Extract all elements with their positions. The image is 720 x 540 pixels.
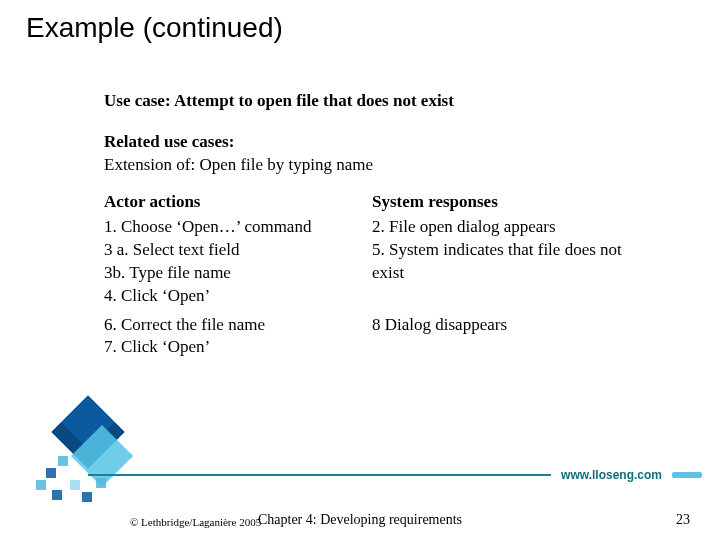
actor-column: Actor actions 1. Choose ‘Open…’ command … [104,191,344,308]
divider-tail [672,472,702,478]
usecase-name: Attempt to open file that does not exist [174,91,454,110]
body-content: Use case: Attempt to open file that does… [104,90,674,365]
related-usecases: Related use cases: Extension of: Open fi… [104,131,674,177]
pixel-icon [82,492,92,502]
system-step: 5. System indicates that file does not e… [372,239,642,285]
pixel-icon [46,468,56,478]
actor-step: 3b. Type file name [104,262,344,285]
actor-step: 7. Click ‘Open’ [104,336,344,359]
page-number: 23 [676,512,690,528]
system-column: System responses 2. File open dialog app… [372,191,642,308]
system-step: 2. File open dialog appears [372,216,642,239]
related-label: Related use cases: [104,131,674,154]
divider-row: www.lloseng.com [88,468,702,482]
pixel-icon [58,456,68,466]
usecase-title: Use case: Attempt to open file that does… [104,90,674,113]
columns-block-2: 6. Correct the file name 7. Click ‘Open’… [104,314,674,360]
actor-column: 6. Correct the file name 7. Click ‘Open’ [104,314,344,360]
usecase-prefix: Use case [104,91,165,110]
website-url: www.lloseng.com [561,468,662,482]
chapter-label: Chapter 4: Developing requirements [0,512,720,528]
footer: © Lethbridge/Laganière 2005 Chapter 4: D… [0,506,720,530]
slide-title: Example (continued) [0,0,720,44]
system-column: 8 Dialog disappears [372,314,642,360]
divider-line [88,474,551,476]
corner-graphic [22,398,162,518]
actor-step: 1. Choose ‘Open…’ command [104,216,344,239]
system-header: System responses [372,191,642,214]
columns-block-1: Actor actions 1. Choose ‘Open…’ command … [104,191,674,308]
actor-step: 4. Click ‘Open’ [104,285,344,308]
pixel-icon [52,490,62,500]
system-step: 8 Dialog disappears [372,314,642,337]
actor-header: Actor actions [104,191,344,214]
actor-step: 6. Correct the file name [104,314,344,337]
pixel-icon [36,480,46,490]
pixel-icon [70,480,80,490]
diamond-icon [51,395,125,469]
related-text: Extension of: Open file by typing name [104,154,674,177]
slide: Example (continued) Use case: Attempt to… [0,0,720,540]
actor-step: 3 a. Select text field [104,239,344,262]
